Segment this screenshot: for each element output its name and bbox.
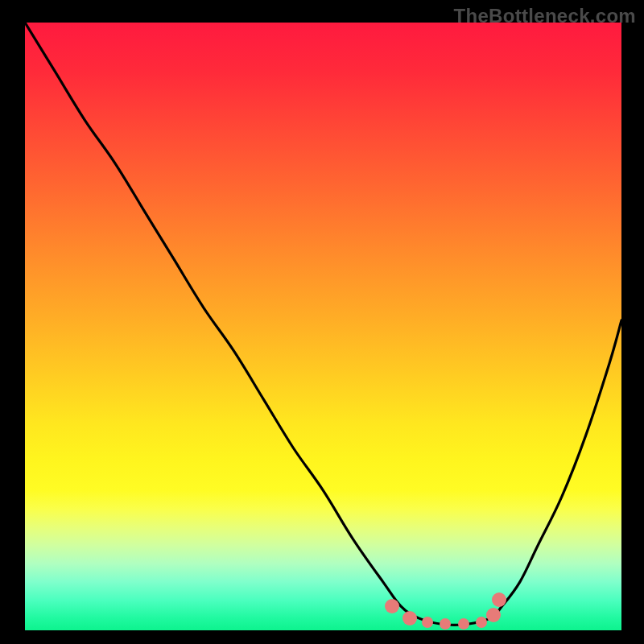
optimal-range-dots	[25, 23, 621, 630]
optimal-dot	[458, 618, 469, 630]
optimal-dot	[486, 608, 501, 622]
optimal-dot	[402, 611, 417, 625]
chart-frame: TheBottleneck.com	[0, 0, 644, 644]
optimal-dot	[385, 599, 399, 613]
optimal-dot	[440, 618, 451, 630]
optimal-dot	[422, 617, 433, 628]
optimal-dot	[476, 617, 487, 628]
plot-area	[25, 23, 621, 630]
optimal-dot	[492, 592, 506, 607]
watermark-text: TheBottleneck.com	[454, 5, 636, 27]
